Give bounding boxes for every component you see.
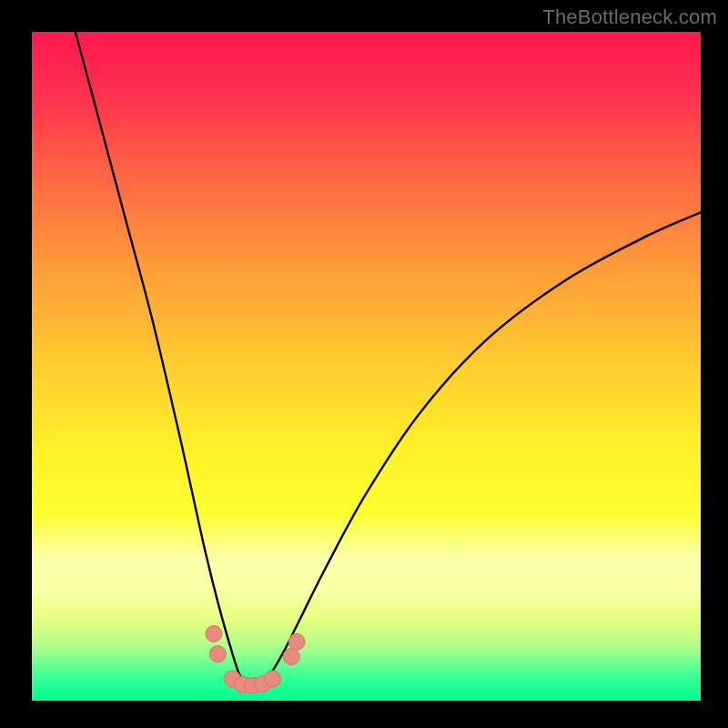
data-point (209, 646, 226, 662)
plot-area (32, 32, 701, 701)
bottleneck-curve (32, 32, 701, 701)
watermark-text: TheBottleneck.com (542, 5, 717, 29)
data-point (288, 633, 305, 650)
chart-frame: TheBottleneck.com (0, 0, 728, 728)
data-point (206, 626, 222, 642)
data-point (265, 671, 281, 687)
data-point (283, 648, 299, 664)
